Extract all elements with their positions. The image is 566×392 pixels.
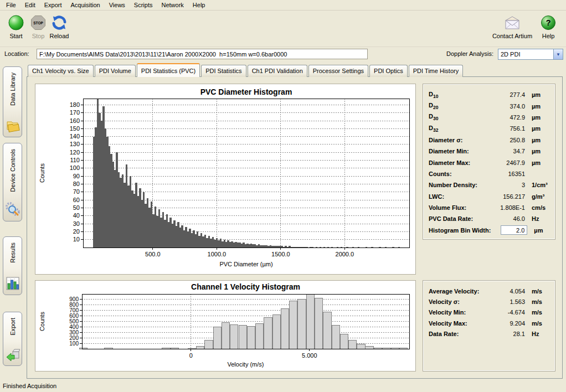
- svg-text:100: 100: [69, 341, 79, 347]
- menu-item-network[interactable]: Network: [157, 1, 188, 9]
- stat-unit: Hz: [525, 331, 549, 337]
- tab-pdi-time-history[interactable]: PDI Time History: [409, 65, 464, 77]
- doppler-analysis-label: Doppler Analysis:: [446, 50, 493, 57]
- contact-artium-button[interactable]: Contact Artium: [491, 13, 534, 39]
- svg-text:40: 40: [73, 212, 80, 219]
- svg-text:10: 10: [73, 236, 80, 243]
- svg-text:Velocity (m/s): Velocity (m/s): [227, 361, 264, 368]
- stat-label: Data Rate:: [429, 331, 488, 337]
- sidebar-item-label: Results: [9, 243, 16, 263]
- pvc-stat-row: D30472.9µm: [429, 112, 549, 123]
- chevron-down-icon[interactable]: ▼: [553, 49, 563, 59]
- pvc-stat-row: Diameter Min:34.7µm: [429, 146, 549, 157]
- svg-text:0: 0: [189, 352, 193, 359]
- help-button[interactable]: ? Help: [536, 13, 560, 39]
- sidebar-item-data-library[interactable]: Data Library: [3, 66, 22, 137]
- velocity-stat-row: Average Velocity:4.054m/s: [429, 286, 549, 296]
- stat-label: Velocity Min:: [429, 309, 488, 316]
- svg-text:30: 30: [73, 220, 80, 227]
- menu-item-scripts[interactable]: Scripts: [130, 1, 157, 9]
- tab-ch1-pdi-validation[interactable]: Ch1 PDI Validation: [248, 65, 307, 77]
- export-icon: [6, 348, 20, 362]
- pvc-stat-row: D10277.4µm: [429, 89, 549, 100]
- tab-bar: Ch1 Velocity vs. SizePDI VolumePDI Stati…: [28, 65, 463, 77]
- stat-value: -4.674: [488, 309, 525, 316]
- menu-item-acquisition[interactable]: Acquisition: [66, 1, 105, 9]
- sidebar-item-device-controls[interactable]: Device Controls: [3, 143, 22, 221]
- sidebar-item-label: Export: [9, 318, 16, 336]
- stat-unit: cm/s: [525, 204, 549, 211]
- stat-value: 756.1: [488, 125, 525, 132]
- stat-unit: m/s: [525, 298, 549, 305]
- svg-text:50: 50: [73, 204, 80, 211]
- histogram-bin-width-input[interactable]: [501, 225, 527, 235]
- stat-label: D32: [429, 125, 488, 133]
- menu-item-export[interactable]: Export: [40, 1, 66, 9]
- svg-text:800: 800: [69, 302, 79, 308]
- envelope-icon: [491, 13, 534, 32]
- stat-label: LWC:: [429, 193, 488, 200]
- svg-text:PVC Diameter Histogram: PVC Diameter Histogram: [200, 87, 292, 96]
- pvc-stat-row: PVC Data Rate:46.0Hz: [429, 213, 549, 224]
- sidebar-item-label: Device Controls: [9, 149, 16, 192]
- menu-item-edit[interactable]: Edit: [20, 1, 40, 9]
- velocity-statistics-panel: Average Velocity:4.054m/sVelocity σ:1.56…: [423, 280, 555, 372]
- pvc-stat-row: D32756.1µm: [429, 123, 549, 134]
- stat-unit: Hz: [525, 215, 549, 222]
- menu-item-help[interactable]: Help: [188, 1, 210, 9]
- tab-pdi-volume[interactable]: PDI Volume: [95, 65, 136, 77]
- svg-text:PVC Diameter (µm): PVC Diameter (µm): [219, 261, 272, 267]
- help-label: Help: [536, 33, 560, 39]
- velocity-histogram-panel: 10020030040050060070080090005.000Channel…: [35, 280, 416, 372]
- stat-unit: µm: [525, 159, 549, 166]
- stat-label: Counts:: [429, 171, 488, 177]
- stat-value: 46.0: [488, 215, 525, 222]
- tab-pdi-statistics-pvc[interactable]: PDI Statistics (PVC): [137, 63, 200, 77]
- stat-label: D30: [429, 113, 488, 121]
- svg-text:160: 160: [70, 117, 80, 124]
- stat-value: 156.217: [488, 193, 525, 200]
- sidebar-item-label: Data Library: [9, 73, 16, 106]
- pvc-stat-row: Number Density:31/cm³: [429, 179, 549, 190]
- stat-unit: µm: [525, 137, 549, 143]
- reload-button[interactable]: Reload: [45, 13, 73, 39]
- stat-label: D20: [429, 102, 488, 110]
- velocity-stat-row: Velocity Min:-4.674m/s: [429, 307, 549, 318]
- stat-value: 9.204: [488, 320, 525, 327]
- svg-text:1000.0: 1000.0: [208, 251, 227, 257]
- doppler-analysis-select[interactable]: 2D PDI ▼: [498, 49, 563, 60]
- svg-text:Counts: Counts: [39, 163, 45, 183]
- pvc-stat-row: Diameter Max:2467.9µm: [429, 157, 549, 168]
- stat-label: Diameter Min:: [429, 148, 488, 154]
- location-input[interactable]: [37, 49, 368, 59]
- stat-label: Average Velocity:: [429, 288, 488, 295]
- svg-text:STOP: STOP: [33, 21, 43, 25]
- tab-processor-settings[interactable]: Processor Settings: [308, 65, 368, 77]
- stat-label: Velocity Max:: [429, 320, 488, 327]
- stat-unit: m/s: [525, 288, 549, 295]
- stat-value: 472.9: [488, 114, 525, 121]
- sidebar-item-export[interactable]: Export: [3, 312, 22, 366]
- reload-label: Reload: [45, 33, 73, 39]
- menu-item-file[interactable]: File: [2, 1, 20, 9]
- stat-unit: µm: [525, 125, 549, 132]
- sidebar-item-results[interactable]: Results: [3, 236, 22, 295]
- stat-value: 4.054: [488, 288, 525, 295]
- tab-content-panel: 1020304050607080901001101201301401501601…: [27, 76, 563, 379]
- menu-item-views[interactable]: Views: [105, 1, 130, 9]
- svg-text:500: 500: [69, 318, 79, 324]
- pvc-diameter-histogram-chart: 1020304050607080901001101201301401501601…: [35, 84, 415, 274]
- tab-ch1-velocity-vs-size[interactable]: Ch1 Velocity vs. Size: [28, 65, 94, 77]
- tab-pdi-optics[interactable]: PDI Optics: [369, 65, 408, 77]
- pvc-stat-row: Histogram Bin Width:µm: [429, 225, 549, 236]
- gears-icon: [6, 202, 20, 218]
- pvc-stat-row: LWC:156.217g/m³: [429, 191, 549, 202]
- svg-text:1500.0: 1500.0: [271, 251, 290, 257]
- tab-pdi-statistics[interactable]: PDI Statistics: [201, 65, 246, 77]
- svg-text:300: 300: [69, 329, 79, 336]
- velocity-stat-row: Velocity σ:1.563m/s: [429, 296, 549, 307]
- help-icon: ?: [536, 13, 560, 32]
- stat-label: Diameter σ:: [429, 137, 488, 143]
- stat-unit: m/s: [525, 309, 549, 316]
- svg-text:20: 20: [73, 228, 80, 235]
